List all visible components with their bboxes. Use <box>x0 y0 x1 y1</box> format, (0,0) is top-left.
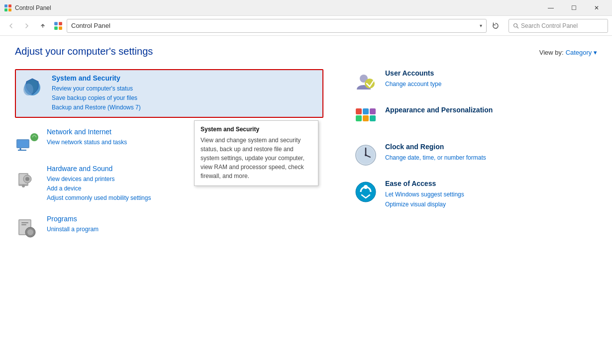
page-title: Adjust your computer's settings <box>15 46 153 57</box>
hardware-svg-icon <box>15 165 39 189</box>
ease-link-2[interactable]: Optimize visual display <box>385 199 597 209</box>
user-accounts-text: User Accounts Change account type <box>385 69 597 89</box>
svg-rect-31 <box>363 108 369 114</box>
title-bar: Control Panel — ☐ ✕ <box>0 0 612 16</box>
appearance-category: Appearance and Personalization <box>353 106 597 131</box>
user-accounts-svg-icon <box>354 70 378 93</box>
title-bar-controls: — ☐ ✕ <box>539 0 608 16</box>
maximize-button[interactable]: ☐ <box>562 0 585 16</box>
shield-icon <box>20 75 44 98</box>
svg-rect-5 <box>59 22 62 25</box>
back-button[interactable] <box>4 19 18 33</box>
forward-button[interactable] <box>20 19 34 33</box>
window-title: Control Panel <box>15 4 51 11</box>
network-svg-icon <box>15 128 39 152</box>
ease-svg-icon <box>354 180 378 204</box>
address-text: Control Panel <box>71 22 480 29</box>
svg-line-9 <box>517 26 519 28</box>
right-panel: User Accounts Change account type <box>333 69 597 252</box>
svg-rect-26 <box>21 222 28 223</box>
programs-title[interactable]: Programs <box>47 215 323 223</box>
system-security-icon <box>20 74 45 99</box>
appearance-text: Appearance and Personalization <box>385 106 597 116</box>
user-accounts-icon <box>353 69 378 94</box>
programs-link-1[interactable]: Uninstall a program <box>47 225 323 234</box>
tooltip: System and Security View and change syst… <box>194 120 318 186</box>
user-accounts-link-1[interactable]: Change account type <box>385 79 597 89</box>
network-icon <box>15 128 40 153</box>
svg-rect-3 <box>8 8 11 11</box>
system-security-title[interactable]: System and Security <box>52 74 318 82</box>
ease-icon <box>353 180 378 204</box>
svg-rect-13 <box>17 140 28 147</box>
svg-rect-32 <box>356 115 362 121</box>
svg-rect-35 <box>370 115 376 121</box>
search-placeholder: Search Control Panel <box>521 22 578 29</box>
clock-svg-icon <box>354 143 378 167</box>
svg-rect-33 <box>363 115 369 121</box>
svg-rect-34 <box>370 108 376 114</box>
system-security-link-3[interactable]: Backup and Restore (Windows 7) <box>52 103 318 112</box>
search-icon <box>513 23 519 29</box>
programs-text: Programs Uninstall a program <box>47 215 323 234</box>
hardware-icon <box>15 165 40 189</box>
svg-point-25 <box>27 229 33 235</box>
address-dropdown-icon: ▾ <box>480 23 482 28</box>
clock-title: Clock and Region <box>385 143 597 151</box>
control-panel-icon <box>4 4 12 12</box>
address-icon <box>54 21 63 30</box>
clock-link-1[interactable]: Change date, time, or number formats <box>385 153 597 163</box>
user-accounts-category: User Accounts Change account type <box>353 69 597 94</box>
view-by-value[interactable]: Category ▾ <box>566 49 597 56</box>
refresh-button[interactable] <box>489 19 503 33</box>
title-bar-left: Control Panel <box>4 4 51 12</box>
close-button[interactable]: ✕ <box>585 0 608 16</box>
ease-title: Ease of Access <box>385 180 597 187</box>
programs-svg-icon <box>15 215 39 239</box>
system-security-link-1[interactable]: Review your computer's status <box>52 84 318 93</box>
clock-icon <box>353 143 378 168</box>
tooltip-body: View and change system and security stat… <box>201 136 312 181</box>
svg-rect-6 <box>54 26 58 30</box>
svg-point-42 <box>364 185 368 189</box>
programs-icon <box>15 215 40 240</box>
svg-rect-1 <box>8 4 11 7</box>
hardware-link-3[interactable]: Adjust commonly used mobility settings <box>47 193 323 203</box>
clock-category: Clock and Region Change date, time, or n… <box>353 143 597 168</box>
view-by-control: View by: Category ▾ <box>539 49 597 56</box>
system-security-category: System and Security Review your computer… <box>15 69 323 118</box>
svg-point-40 <box>365 154 367 156</box>
svg-point-14 <box>30 133 38 141</box>
ease-category: Ease of Access Let Windows suggest setti… <box>353 180 597 210</box>
main-area: Adjust your computer's settings View by:… <box>0 36 612 262</box>
search-box[interactable]: Search Control Panel <box>509 19 608 33</box>
svg-point-8 <box>514 23 517 27</box>
address-box[interactable]: Control Panel ▾ <box>67 19 487 33</box>
svg-rect-30 <box>356 108 362 114</box>
tooltip-title: System and Security <box>201 126 312 133</box>
up-button[interactable] <box>36 19 50 33</box>
ease-link-1[interactable]: Let Windows suggest settings <box>385 189 597 199</box>
appearance-icon <box>353 106 378 131</box>
system-security-text: System and Security Review your computer… <box>52 74 318 113</box>
svg-point-11 <box>23 84 33 95</box>
svg-point-19 <box>22 184 25 187</box>
system-security-link-2[interactable]: Save backup copies of your files <box>52 93 318 103</box>
user-accounts-title: User Accounts <box>385 69 597 77</box>
clock-text: Clock and Region Change date, time, or n… <box>385 143 597 163</box>
programs-category: Programs Uninstall a program <box>15 215 323 240</box>
svg-point-21 <box>25 177 29 181</box>
appearance-svg-icon <box>354 106 378 130</box>
svg-rect-0 <box>4 4 7 7</box>
address-bar: Control Panel ▾ Search Control Panel <box>0 16 612 36</box>
ease-text: Ease of Access Let Windows suggest setti… <box>385 180 597 210</box>
view-by-label: View by: <box>539 49 564 56</box>
svg-rect-27 <box>21 224 26 225</box>
svg-rect-2 <box>4 8 7 11</box>
minimize-button[interactable]: — <box>539 0 562 16</box>
svg-rect-4 <box>54 22 58 25</box>
appearance-title: Appearance and Personalization <box>385 106 597 114</box>
svg-rect-7 <box>59 26 62 30</box>
